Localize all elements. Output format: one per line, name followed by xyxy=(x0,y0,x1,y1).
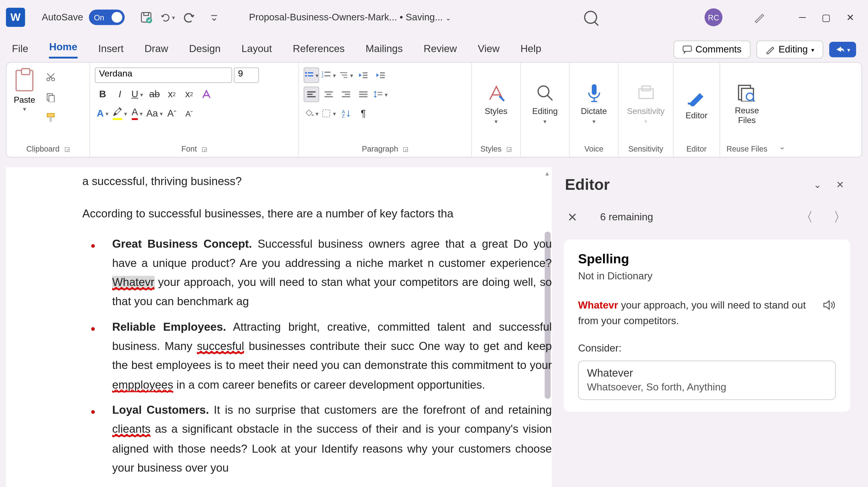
font-name-select[interactable]: Verdana xyxy=(95,67,232,83)
user-avatar[interactable]: RC xyxy=(705,8,722,26)
shrink-font-button[interactable]: Aˇ xyxy=(181,106,197,121)
editing-mode-label: Editing xyxy=(778,44,808,55)
tab-insert[interactable]: Insert xyxy=(98,43,124,59)
editor-next-button[interactable]: 〉 xyxy=(833,208,846,226)
paragraph-dialog-launcher[interactable]: ◲ xyxy=(403,146,408,152)
tab-file[interactable]: File xyxy=(12,43,28,59)
bullets-button[interactable] xyxy=(304,67,319,83)
svg-rect-37 xyxy=(359,96,368,97)
undo-button[interactable] xyxy=(161,10,175,24)
svg-rect-29 xyxy=(324,91,333,92)
tab-home[interactable]: Home xyxy=(49,41,77,59)
editor-subcategory: Not in Dictionary xyxy=(578,270,836,283)
svg-point-3 xyxy=(47,78,50,81)
scroll-up-button[interactable]: ▲ xyxy=(544,168,550,178)
font-dialog-launcher[interactable]: ◲ xyxy=(202,146,207,152)
font-size-select[interactable]: 9 xyxy=(234,67,259,83)
svg-rect-36 xyxy=(359,94,368,95)
pen-feedback-icon[interactable] xyxy=(752,10,767,24)
decrease-indent-button[interactable] xyxy=(355,67,371,83)
tab-view[interactable]: View xyxy=(478,43,500,59)
search-icon[interactable] xyxy=(584,11,597,24)
editing-mode-button[interactable]: Editing ▾ xyxy=(756,40,823,58)
align-left-button[interactable] xyxy=(304,87,319,102)
svg-rect-22 xyxy=(363,77,368,78)
editor-suggestion-option[interactable]: Whatever Whatsoever, So forth, Anything xyxy=(578,360,836,400)
bold-button[interactable]: B xyxy=(95,87,111,102)
redo-button[interactable] xyxy=(182,10,196,24)
collapse-ribbon-button[interactable]: ⌄ xyxy=(774,63,790,157)
italic-button[interactable]: I xyxy=(112,87,128,102)
read-aloud-button[interactable] xyxy=(823,298,836,316)
shading-button[interactable] xyxy=(304,106,319,121)
subscript-button[interactable]: x2 xyxy=(164,87,180,102)
share-button[interactable]: ▾ xyxy=(829,42,856,57)
strikethrough-button[interactable]: ab xyxy=(147,87,162,102)
suggestion-main: Whatever xyxy=(587,367,827,379)
svg-rect-21 xyxy=(363,75,368,76)
tab-mailings[interactable]: Mailings xyxy=(366,43,403,59)
editor-button[interactable]: Editor xyxy=(678,67,715,139)
styles-button[interactable]: Styles ▾ xyxy=(477,67,516,139)
font-color-button[interactable]: A xyxy=(129,106,145,121)
paragraph-group-label: Paragraph xyxy=(362,145,398,153)
tab-draw[interactable]: Draw xyxy=(145,43,168,59)
tab-help[interactable]: Help xyxy=(520,43,541,59)
clipboard-dialog-launcher[interactable]: ◲ xyxy=(64,146,70,152)
tab-review[interactable]: Review xyxy=(424,43,457,59)
reuse-files-button[interactable]: ReuseFiles xyxy=(725,67,769,139)
styles-group-label: Styles xyxy=(480,145,501,153)
autosave-toggle[interactable]: On xyxy=(89,9,125,25)
document-text: According to successful businesses, ther… xyxy=(82,204,552,224)
minimize-button[interactable]: ─ xyxy=(790,5,814,29)
align-right-button[interactable] xyxy=(338,87,354,102)
tab-design[interactable]: Design xyxy=(189,43,221,59)
paste-dropdown[interactable]: ▾ xyxy=(23,106,26,112)
tab-layout[interactable]: Layout xyxy=(241,43,272,59)
editor-prev-button[interactable]: 〈 xyxy=(800,208,813,226)
editor-dismiss-button[interactable]: ✕ xyxy=(567,210,578,224)
comments-button[interactable]: Comments xyxy=(673,40,750,58)
highlight-button[interactable]: 🖍 xyxy=(112,106,128,121)
list-item: Reliable Employees. Attracting bright, c… xyxy=(82,317,552,395)
svg-text:Z: Z xyxy=(342,113,345,118)
maximize-button[interactable]: ▢ xyxy=(814,5,838,29)
text-effects-button[interactable] xyxy=(199,87,214,102)
copy-button[interactable] xyxy=(43,90,58,105)
text-effect-A-button[interactable]: A xyxy=(95,106,111,121)
close-button[interactable]: ✕ xyxy=(838,5,862,29)
format-painter-button[interactable] xyxy=(43,110,58,125)
editor-collapse-button[interactable]: ⌄ xyxy=(808,176,826,194)
cut-button[interactable] xyxy=(43,70,58,84)
increase-indent-button[interactable] xyxy=(373,67,389,83)
dictate-button[interactable]: Dictate ▾ xyxy=(575,67,614,139)
save-icon[interactable] xyxy=(139,10,153,24)
word-app-icon: W xyxy=(6,8,25,27)
superscript-button[interactable]: x2 xyxy=(181,87,197,102)
editor-close-button[interactable]: ✕ xyxy=(831,176,849,194)
document-page[interactable]: ▲ a successful, thriving business? Accor… xyxy=(6,167,552,487)
multilevel-list-button[interactable] xyxy=(338,67,354,83)
document-title[interactable]: Proposal-Business-Owners-Mark... • Savin… xyxy=(249,12,451,23)
spelling-error: empployees xyxy=(112,378,173,392)
svg-point-4 xyxy=(52,78,55,81)
line-spacing-button[interactable] xyxy=(373,87,389,102)
justify-button[interactable] xyxy=(355,87,371,102)
paste-button[interactable] xyxy=(11,67,37,94)
borders-button[interactable] xyxy=(321,106,337,121)
change-case-button[interactable]: Aa xyxy=(147,106,162,121)
customize-qat-icon[interactable] xyxy=(207,10,221,24)
sensitivity-button[interactable]: Sensitivity ▾ xyxy=(623,67,668,139)
align-center-button[interactable] xyxy=(321,87,337,102)
tab-references[interactable]: References xyxy=(293,43,344,59)
styles-dialog-launcher[interactable]: ◲ xyxy=(506,146,512,152)
svg-rect-7 xyxy=(47,113,54,117)
underline-button[interactable]: U xyxy=(129,87,145,102)
spelling-error-selected: Whatevr xyxy=(112,276,154,290)
font-group-label: Font xyxy=(181,145,197,153)
grow-font-button[interactable]: Aˆ xyxy=(164,106,180,121)
show-marks-button[interactable]: ¶ xyxy=(355,106,371,121)
numbering-button[interactable]: 12 xyxy=(321,67,337,83)
editing-group-button[interactable]: Editing ▾ xyxy=(526,67,564,139)
sort-button[interactable]: AZ xyxy=(338,106,354,121)
